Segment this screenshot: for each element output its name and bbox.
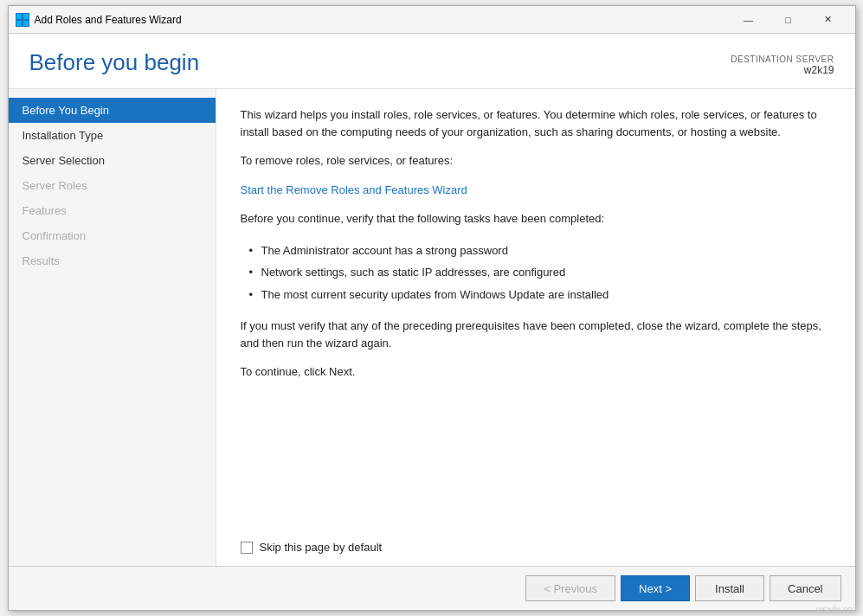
title-bar: Add Roles and Features Wizard — □ ✕	[9, 6, 855, 34]
svg-rect-1	[23, 14, 29, 19]
verify-paragraph: Before you continue, verify that the fol…	[241, 210, 831, 228]
window-title: Add Roles and Features Wizard	[35, 14, 182, 26]
title-bar-left: Add Roles and Features Wizard	[16, 13, 182, 27]
close-paragraph: If you must verify that any of the prece…	[241, 318, 831, 351]
minimize-button[interactable]: —	[729, 6, 769, 34]
remove-label: To remove roles, role services, or featu…	[241, 152, 831, 170]
bullet-item-2: Network settings, such as static IP addr…	[249, 261, 831, 284]
sidebar-item-server-roles: Server Roles	[9, 173, 216, 198]
cancel-button[interactable]: Cancel	[770, 575, 840, 601]
svg-rect-3	[23, 21, 29, 26]
skip-row: Skip this page by default	[216, 532, 855, 566]
bullet-item-3: The most current security updates from W…	[249, 284, 831, 306]
intro-paragraph: This wizard helps you install roles, rol…	[241, 106, 831, 140]
bullet-item-1: The Administrator account has a strong p…	[249, 240, 831, 262]
close-button[interactable]: ✕	[808, 6, 848, 34]
destination-label: DESTINATION SERVER	[731, 55, 834, 64]
svg-rect-0	[16, 14, 22, 19]
content-area: Before You Begin Installation Type Serve…	[9, 89, 855, 566]
destination-server: w2k19	[731, 64, 834, 76]
sidebar-item-results: Results	[9, 248, 216, 273]
window-controls: — □ ✕	[729, 6, 848, 34]
svg-rect-2	[16, 21, 22, 26]
sidebar-item-server-selection[interactable]: Server Selection	[9, 148, 216, 173]
remove-wizard-link[interactable]: Start the Remove Roles and Features Wiza…	[241, 183, 467, 196]
wizard-window: Add Roles and Features Wizard — □ ✕ Befo…	[8, 5, 856, 611]
previous-button[interactable]: < Previous	[525, 575, 615, 601]
destination-info: DESTINATION SERVER w2k19	[731, 55, 834, 76]
skip-label: Skip this page by default	[260, 541, 383, 554]
sidebar: Before You Begin Installation Type Serve…	[9, 89, 216, 566]
app-icon	[16, 13, 29, 27]
next-button[interactable]: Next >	[621, 575, 690, 601]
watermark: wsxdn.com	[816, 605, 860, 614]
sidebar-item-installation-type[interactable]: Installation Type	[9, 123, 216, 148]
continue-paragraph: To continue, click Next.	[241, 363, 831, 381]
page-title: Before you begin	[29, 49, 200, 76]
sidebar-item-before-you-begin[interactable]: Before You Begin	[9, 98, 216, 123]
header-area: Before you begin DESTINATION SERVER w2k1…	[9, 34, 855, 89]
sidebar-item-confirmation: Confirmation	[9, 223, 216, 248]
maximize-button[interactable]: □	[769, 6, 808, 34]
sidebar-item-features: Features	[9, 198, 216, 223]
bottom-bar: < Previous Next > Install Cancel	[9, 566, 855, 610]
prerequisites-list: The Administrator account has a strong p…	[249, 240, 831, 306]
install-button[interactable]: Install	[695, 575, 764, 601]
skip-checkbox[interactable]	[241, 542, 253, 554]
main-content: This wizard helps you install roles, rol…	[216, 89, 855, 532]
